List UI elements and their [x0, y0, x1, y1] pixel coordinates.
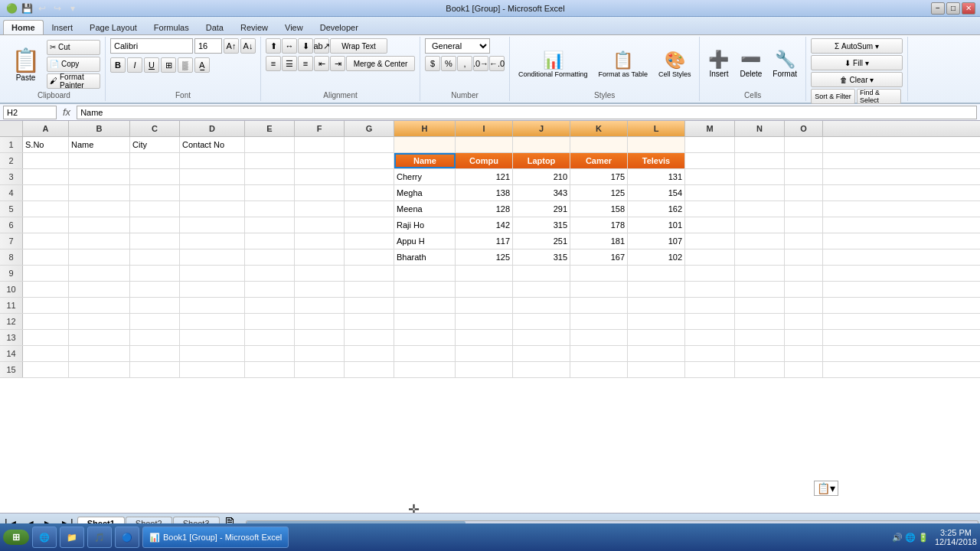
cell-K8[interactable]: 167	[570, 249, 628, 265]
cell-C5[interactable]	[130, 201, 180, 217]
cell-C6[interactable]	[130, 217, 180, 233]
col-header-H[interactable]: H	[394, 121, 456, 136]
col-header-G[interactable]: G	[345, 121, 394, 136]
col-header-N[interactable]: N	[735, 121, 785, 136]
cell-O5[interactable]	[785, 201, 823, 217]
cell-O8[interactable]	[785, 249, 823, 265]
formula-input[interactable]	[77, 106, 977, 119]
tab-page-layout[interactable]: Page Layout	[81, 20, 145, 34]
cell-B2[interactable]	[69, 153, 130, 168]
cell-D2[interactable]	[180, 153, 245, 168]
col-header-I[interactable]: I	[456, 121, 513, 136]
increase-font-button[interactable]: A↑	[224, 38, 239, 54]
cell-A2[interactable]	[23, 153, 69, 168]
close-button[interactable]: ✕	[962, 2, 975, 15]
wrap-text-button[interactable]: Wrap Text	[330, 38, 387, 54]
cell-O3[interactable]	[785, 169, 823, 184]
cell-C1[interactable]: City	[130, 137, 180, 152]
save-button[interactable]: 💾	[20, 2, 34, 15]
italic-button[interactable]: I	[127, 57, 142, 73]
tab-data[interactable]: Data	[198, 20, 232, 34]
cell-L3[interactable]: 131	[628, 169, 685, 184]
cell-O2[interactable]	[785, 153, 823, 168]
align-right-button[interactable]: ≡	[298, 56, 313, 71]
cell-G2[interactable]	[345, 153, 394, 168]
cell-H1[interactable]	[394, 137, 456, 152]
cell-M1[interactable]	[685, 137, 735, 152]
sort-filter-button[interactable]: Sort & Filter	[811, 89, 855, 104]
cell-E7[interactable]	[245, 233, 295, 249]
cell-I1[interactable]	[456, 137, 513, 152]
customize-qat[interactable]: ▾	[66, 2, 80, 15]
cell-F7[interactable]	[295, 233, 345, 249]
cell-H6[interactable]: Raji Ho	[394, 217, 456, 233]
tab-home[interactable]: Home	[3, 20, 44, 34]
cell-D5[interactable]	[180, 201, 245, 217]
cell-F5[interactable]	[295, 201, 345, 217]
cell-K4[interactable]: 125	[570, 185, 628, 201]
cell-B1[interactable]: Name	[69, 137, 130, 152]
cell-H8[interactable]: Bharath	[394, 249, 456, 265]
cell-C7[interactable]	[130, 233, 180, 249]
cell-H3[interactable]: Cherry	[394, 169, 456, 184]
cell-J2[interactable]: Laptop	[513, 153, 570, 168]
cell-H4[interactable]: Megha	[394, 185, 456, 201]
cell-N1[interactable]	[735, 137, 785, 152]
format-button[interactable]: 🔧 Format	[769, 43, 801, 86]
paste-options-icon[interactable]: 📋▾	[814, 481, 838, 496]
cell-L1[interactable]	[628, 137, 685, 152]
col-header-O[interactable]: O	[785, 121, 823, 136]
col-header-B[interactable]: B	[69, 121, 130, 136]
cell-O4[interactable]	[785, 185, 823, 201]
cell-J6[interactable]: 315	[513, 217, 570, 233]
cell-E5[interactable]	[245, 201, 295, 217]
cell-B8[interactable]	[69, 249, 130, 265]
cell-N8[interactable]	[735, 249, 785, 265]
cell-C4[interactable]	[130, 185, 180, 201]
cell-C8[interactable]	[130, 249, 180, 265]
cell-A1[interactable]: S.No	[23, 137, 69, 152]
cell-M6[interactable]	[685, 217, 735, 233]
cell-E4[interactable]	[245, 185, 295, 201]
cell-N5[interactable]	[735, 201, 785, 217]
comma-button[interactable]: ,	[457, 56, 472, 71]
cell-E8[interactable]	[245, 249, 295, 265]
cell-F8[interactable]	[295, 249, 345, 265]
cell-M8[interactable]	[685, 249, 735, 265]
cell-I3[interactable]: 121	[456, 169, 513, 184]
cell-G1[interactable]	[345, 137, 394, 152]
font-name-input[interactable]	[110, 38, 193, 54]
cell-O1[interactable]	[785, 137, 823, 152]
cell-A5[interactable]	[23, 201, 69, 217]
cell-I6[interactable]: 142	[456, 217, 513, 233]
paste-button[interactable]: 📋 Paste	[8, 40, 44, 89]
cell-A3[interactable]	[23, 169, 69, 184]
col-header-E[interactable]: E	[245, 121, 295, 136]
cell-K7[interactable]: 181	[570, 233, 628, 249]
cell-A7[interactable]	[23, 233, 69, 249]
redo-button[interactable]: ↪	[51, 2, 64, 15]
cell-G5[interactable]	[345, 201, 394, 217]
format-as-table-button[interactable]: 📋 Format as Table	[595, 43, 652, 86]
cell-N6[interactable]	[735, 217, 785, 233]
cell-K2[interactable]: Camer	[570, 153, 628, 168]
insert-button[interactable]: ➕ Insert	[704, 43, 733, 86]
tab-view[interactable]: View	[276, 20, 312, 34]
cell-G8[interactable]	[345, 249, 394, 265]
col-header-F[interactable]: F	[295, 121, 345, 136]
align-top-button[interactable]: ⬆	[266, 38, 281, 54]
col-header-J[interactable]: J	[513, 121, 570, 136]
cell-G4[interactable]	[345, 185, 394, 201]
cell-O7[interactable]	[785, 233, 823, 249]
cell-J8[interactable]: 315	[513, 249, 570, 265]
col-header-A[interactable]: A	[23, 121, 69, 136]
cell-B5[interactable]	[69, 201, 130, 217]
format-painter-button[interactable]: 🖌Format Painter	[47, 73, 100, 89]
taskbar-excel-button[interactable]: 📊 Book1 [Group] - Microsoft Excel	[142, 527, 289, 548]
cell-F2[interactable]	[295, 153, 345, 168]
cell-L5[interactable]: 162	[628, 201, 685, 217]
cell-M3[interactable]	[685, 169, 735, 184]
find-select-button[interactable]: Find & Select	[857, 89, 901, 104]
tab-review[interactable]: Review	[232, 20, 276, 34]
borders-button[interactable]: ⊞	[161, 57, 176, 73]
